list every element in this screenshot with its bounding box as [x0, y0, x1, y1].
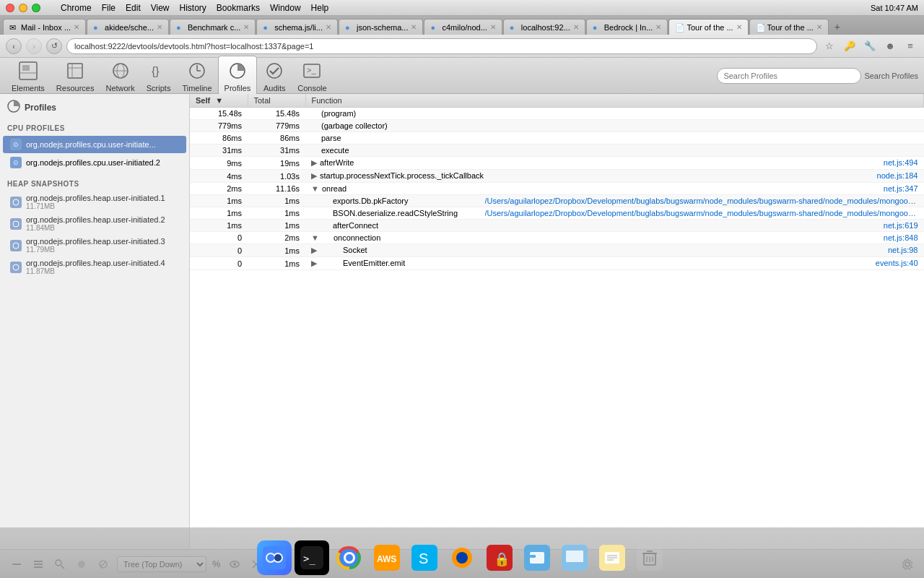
heap-name-1: org.nodejs.profiles.heap.user-initiated.…	[26, 194, 165, 202]
function-name: EventEmitter.emit	[320, 259, 405, 267]
link-text[interactable]: net.js:619	[884, 221, 918, 230]
col-header-function[interactable]: Function	[305, 94, 924, 108]
tab-localhost[interactable]: ● localhost:92... ✕	[503, 19, 585, 35]
heap-profile-1[interactable]: org.nodejs.profiles.heap.user-initiated.…	[3, 191, 186, 212]
menu-window[interactable]: Window	[270, 3, 301, 13]
link-text[interactable]: net.js:848	[884, 233, 918, 242]
menu-chrome[interactable]: Chrome	[61, 3, 92, 13]
search-input[interactable]	[717, 68, 861, 84]
link-text[interactable]: net.js:494	[884, 158, 918, 167]
expand-btn[interactable]: ▼	[311, 184, 319, 193]
tab-favicon-mail: ✉	[9, 23, 18, 32]
dock-desktop[interactable]	[557, 540, 592, 575]
extension-icon-1[interactable]: 🔑	[842, 38, 858, 54]
link-text[interactable]: events.js:40	[876, 259, 918, 267]
expand-btn[interactable]: ▶	[311, 246, 317, 254]
toolbar-resources[interactable]: Resources	[51, 56, 100, 95]
tab-schema[interactable]: ● schema.js/li... ✕	[256, 19, 338, 35]
dock-firefox[interactable]	[445, 540, 479, 575]
close-btn[interactable]	[6, 4, 14, 12]
expand-btn[interactable]: ▶	[311, 158, 317, 167]
dock-lastpass[interactable]: 🔒	[482, 540, 517, 575]
dock-finder[interactable]	[257, 540, 292, 575]
menu-view[interactable]: View	[151, 3, 170, 13]
col-header-self[interactable]: Self ▼	[190, 94, 248, 108]
sort-arrow: ▼	[215, 96, 223, 105]
toolbar-console[interactable]: >_ Console	[292, 56, 332, 95]
table-row: 86ms86msparse	[190, 132, 924, 144]
toolbar-network[interactable]: Network	[100, 56, 140, 95]
tab-json-schema[interactable]: ● json-schema... ✕	[339, 19, 424, 35]
tab-bedrock[interactable]: ● Bedrock | In... ✕	[586, 19, 668, 35]
heap-profile-3[interactable]: org.nodejs.profiles.heap.user-initiated.…	[3, 235, 186, 256]
tab-close-akidee[interactable]: ✕	[157, 23, 162, 31]
tab-close-bedrock[interactable]: ✕	[655, 23, 661, 31]
tab-close-benchmark[interactable]: ✕	[243, 23, 249, 31]
bookmark-icon[interactable]: ☆	[821, 38, 837, 54]
menu-file[interactable]: File	[102, 3, 116, 13]
profiles-icon	[226, 59, 249, 82]
tab-label-json: json-schema...	[357, 23, 409, 32]
cpu-profile-2[interactable]: ⊙ org.nodejs.profiles.cpu.user-initiated…	[3, 154, 186, 171]
menu-edit[interactable]: Edit	[126, 3, 141, 13]
menu-history[interactable]: History	[180, 3, 206, 13]
back-button[interactable]: ‹	[6, 38, 22, 54]
svg-rect-1	[22, 65, 30, 71]
svg-point-45	[346, 554, 353, 561]
toolbar-elements[interactable]: Elements	[6, 56, 51, 95]
cpu-profile-1[interactable]: ⊙ org.nodejs.profiles.cpu.user-initiate.…	[3, 136, 186, 153]
tab-mail[interactable]: ✉ Mail - Inbox ... ✕	[3, 19, 86, 35]
function-name: execute	[321, 146, 349, 155]
link-text[interactable]: node.js:184	[877, 171, 918, 180]
expand-btn[interactable]: ▶	[311, 171, 317, 180]
tab-favicon-schema: ●	[263, 23, 271, 32]
tab-akidee[interactable]: ● akidee/sche... ✕	[87, 19, 169, 35]
link-text[interactable]: net.js:347	[884, 184, 918, 193]
link-text[interactable]: net.js:98	[888, 246, 918, 254]
system-time: Sat 10:47 AM	[871, 4, 918, 12]
address-bar[interactable]: localhost:9222/devtools/devtools.html?ho…	[66, 38, 817, 54]
reload-button[interactable]: ↺	[46, 38, 62, 54]
dock-terminal[interactable]: >_	[295, 540, 329, 575]
tab-close-tour1[interactable]: ✕	[736, 23, 742, 31]
dock-chrome[interactable]	[332, 540, 367, 575]
link-text[interactable]: /Users/aguilarlopez/Dropbox/Development/…	[485, 209, 918, 217]
expand-btn[interactable]: ▶	[311, 259, 317, 267]
cell-total-3: 31ms	[248, 144, 305, 157]
tab-tour1[interactable]: 📄 Tour of the ... ✕	[668, 19, 748, 35]
network-label: Network	[105, 84, 134, 92]
tab-tour2[interactable]: 📄 Tour of the ... ✕	[749, 19, 829, 35]
tab-close-tour2[interactable]: ✕	[816, 23, 822, 31]
tab-close-mail[interactable]: ✕	[74, 23, 79, 31]
dock-trash[interactable]	[632, 540, 667, 575]
col-header-total[interactable]: Total	[248, 94, 305, 108]
tab-benchmark[interactable]: ● Benchmark c... ✕	[170, 19, 256, 35]
dock-skype[interactable]: S	[407, 540, 442, 575]
tab-close-localhost[interactable]: ✕	[573, 23, 579, 31]
tab-label-localhost: localhost:92...	[521, 23, 570, 32]
toolbar-profiles[interactable]: Profiles	[218, 56, 258, 96]
tab-close-schema[interactable]: ✕	[326, 23, 331, 31]
forward-button[interactable]: ›	[26, 38, 42, 54]
extension-icon-2[interactable]: 🔧	[862, 38, 878, 54]
toolbar-scripts[interactable]: {} Scripts	[141, 56, 177, 95]
new-tab-button[interactable]: +	[829, 19, 845, 35]
dock-notes[interactable]	[595, 540, 629, 575]
toolbar-audits[interactable]: Audits	[257, 56, 292, 95]
extension-icon-3[interactable]: ☻	[882, 38, 898, 54]
dock-aws[interactable]: AWS	[370, 540, 404, 575]
tab-close-c4milo[interactable]: ✕	[490, 23, 496, 31]
tab-close-json[interactable]: ✕	[411, 23, 417, 31]
heap-profile-2[interactable]: org.nodejs.profiles.heap.user-initiated.…	[3, 213, 186, 234]
expand-btn[interactable]: ▼	[311, 233, 319, 242]
tab-c4milo[interactable]: ● c4milo/nod... ✕	[424, 19, 502, 35]
menu-bookmarks[interactable]: Bookmarks	[217, 3, 260, 13]
link-text[interactable]: /Users/aguilarlopez/Dropbox/Development/…	[485, 197, 918, 205]
maximize-btn[interactable]	[32, 4, 40, 12]
wrench-icon[interactable]: ≡	[902, 38, 918, 54]
menu-help[interactable]: Help	[311, 3, 329, 13]
minimize-btn[interactable]	[19, 4, 27, 12]
dock-files[interactable]	[520, 540, 554, 575]
toolbar-timeline[interactable]: Timeline	[176, 56, 217, 95]
heap-profile-4[interactable]: org.nodejs.profiles.heap.user-initiated.…	[3, 256, 186, 277]
